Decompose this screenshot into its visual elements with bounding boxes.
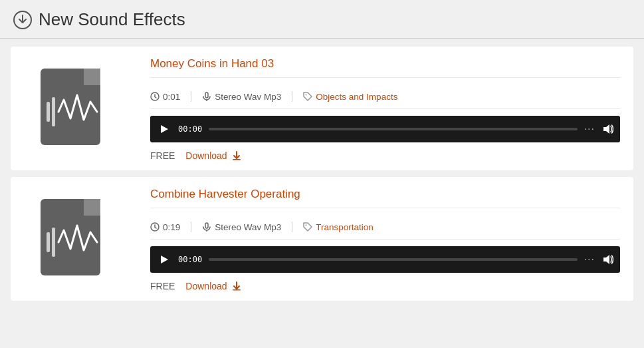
sound-title-1[interactable]: Money Coins in Hand 03 — [150, 57, 620, 78]
download-circle-icon — [13, 11, 32, 29]
sound-file-icon-1 — [37, 65, 117, 152]
svg-rect-4 — [52, 97, 55, 126]
download-button-1[interactable]: Download — [185, 150, 241, 161]
sound-thumbnail-1 — [11, 47, 144, 170]
player-options-2[interactable]: ··· — [584, 254, 595, 265]
tag-icon-1 — [303, 92, 312, 101]
svg-rect-16 — [205, 223, 208, 228]
player-seekbar-1[interactable] — [209, 128, 578, 130]
sound-file-icon-2 — [37, 196, 117, 282]
sound-card-content-2: Combine Harvester Operating 0:19 — [144, 177, 633, 301]
clock-icon-2 — [150, 222, 160, 232]
sound-title-2[interactable]: Combine Harvester Operating — [150, 188, 620, 208]
meta-divider-2b — [292, 222, 292, 232]
player-time-1: 00:00 — [178, 124, 202, 134]
svg-marker-19 — [161, 256, 168, 263]
audio-player-2[interactable]: 00:00 ··· — [150, 246, 620, 273]
clock-icon-1 — [150, 92, 160, 101]
sound-card-2: Combine Harvester Operating 0:19 — [11, 177, 633, 301]
sound-duration-1: 0:01 — [150, 92, 191, 102]
svg-rect-10 — [233, 159, 241, 160]
sound-card-content-1: Money Coins in Hand 03 0:01 — [144, 47, 633, 170]
play-icon-1 — [160, 124, 169, 134]
mic-icon-1 — [202, 92, 211, 101]
svg-rect-2 — [84, 69, 100, 85]
category-link-1[interactable]: Objects and Impacts — [316, 92, 397, 102]
sound-meta-1: 0:01 Stereo Wav Mp3 — [150, 85, 620, 109]
category-link-2[interactable]: Transportation — [316, 222, 374, 232]
sound-category-2: Transportation — [303, 222, 384, 232]
volume-icon-2[interactable] — [601, 254, 613, 265]
meta-divider-1a — [191, 91, 191, 102]
svg-rect-14 — [52, 228, 55, 257]
price-label-2: FREE — [150, 281, 175, 291]
svg-rect-20 — [233, 289, 241, 291]
page-title: New Sound Effects — [39, 9, 185, 30]
player-seekbar-2[interactable] — [209, 258, 578, 261]
download-icon-1 — [231, 150, 242, 161]
svg-marker-9 — [161, 125, 168, 133]
download-icon-2 — [231, 281, 242, 291]
svg-rect-12 — [84, 199, 100, 216]
sound-category-1: Objects and Impacts — [303, 92, 408, 102]
sound-meta-2: 0:19 Stereo Wav Mp3 — [150, 215, 620, 240]
play-button-2[interactable] — [157, 252, 171, 267]
player-time-2: 00:00 — [178, 255, 202, 264]
svg-point-8 — [306, 94, 307, 96]
sound-list: Money Coins in Hand 03 0:01 — [0, 39, 644, 309]
play-button-1[interactable] — [157, 122, 171, 136]
page-header: New Sound Effects — [0, 0, 644, 39]
svg-rect-13 — [47, 232, 50, 252]
sound-format-2: Stereo Wav Mp3 — [202, 222, 292, 232]
meta-divider-2a — [191, 222, 191, 232]
tag-icon-2 — [303, 222, 312, 232]
sound-duration-2: 0:19 — [150, 222, 191, 232]
meta-divider-1b — [292, 91, 292, 102]
player-options-1[interactable]: ··· — [584, 123, 595, 135]
audio-player-1[interactable]: 00:00 ··· — [150, 116, 620, 142]
volume-icon-1[interactable] — [601, 123, 613, 135]
play-icon-2 — [160, 255, 169, 264]
sound-footer-1: FREE Download — [150, 150, 620, 161]
mic-icon-2 — [202, 222, 211, 232]
sound-card: Money Coins in Hand 03 0:01 — [11, 47, 633, 170]
svg-rect-6 — [205, 92, 208, 98]
sound-format-1: Stereo Wav Mp3 — [202, 92, 292, 102]
download-button-2[interactable]: Download — [185, 281, 241, 291]
sound-footer-2: FREE Download — [150, 281, 620, 291]
sound-thumbnail-2 — [11, 177, 144, 301]
price-label-1: FREE — [150, 150, 175, 161]
svg-rect-3 — [47, 102, 50, 122]
svg-point-18 — [306, 225, 307, 226]
